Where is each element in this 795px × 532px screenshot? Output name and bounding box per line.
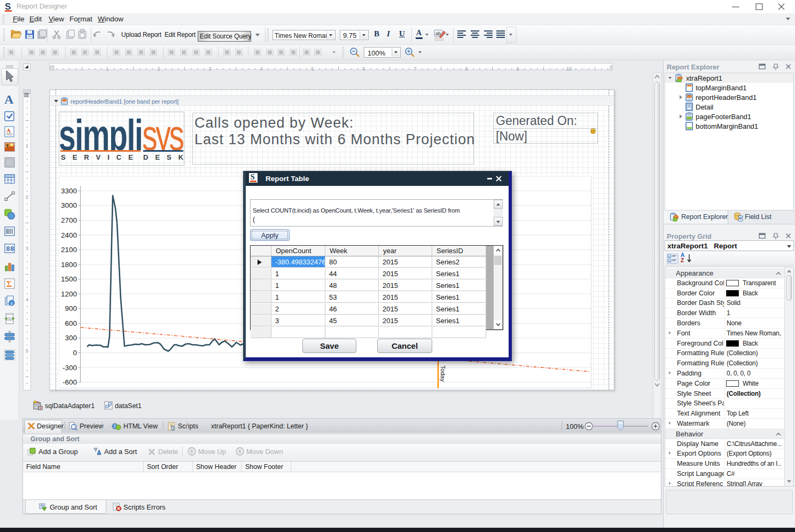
svg-text:1200: 1200 <box>61 290 77 298</box>
svg-text:A: A <box>4 93 14 105</box>
svg-text:3: 3 <box>208 66 211 71</box>
svg-text:6: 6 <box>362 66 365 71</box>
svg-text:2400: 2400 <box>61 231 77 239</box>
svg-text:9: 9 <box>516 66 519 71</box>
svg-text:A: A <box>6 127 11 134</box>
svg-text:900: 900 <box>65 304 77 312</box>
svg-text:8: 8 <box>465 66 467 71</box>
svg-text:2700: 2700 <box>61 216 77 224</box>
svg-text:5: 5 <box>26 348 28 354</box>
svg-text:+: + <box>668 255 671 258</box>
svg-text:1: 1 <box>106 66 108 71</box>
svg-text:7: 7 <box>414 66 416 71</box>
svg-text:300: 300 <box>65 334 77 342</box>
svg-text:10: 10 <box>566 66 572 71</box>
svg-text:-300: -300 <box>63 364 77 372</box>
svg-text:5: 5 <box>311 66 314 71</box>
svg-text:{}: {} <box>171 425 175 431</box>
svg-text:2: 2 <box>157 66 160 71</box>
svg-text:3: 3 <box>26 246 28 251</box>
svg-text:Σ: Σ <box>6 279 12 288</box>
svg-text:0: 0 <box>73 349 77 357</box>
svg-text:600: 600 <box>65 319 77 327</box>
svg-text:1500: 1500 <box>61 275 77 283</box>
svg-text:3000: 3000 <box>61 201 77 209</box>
svg-text:1: 1 <box>26 143 28 148</box>
svg-text:2: 2 <box>26 194 28 200</box>
svg-text:-600: -600 <box>63 378 77 386</box>
svg-text:Today: Today <box>440 365 446 382</box>
svg-text:3300: 3300 <box>61 187 77 195</box>
svg-text:1800: 1800 <box>61 261 77 269</box>
svg-text:4: 4 <box>260 66 262 71</box>
svg-text:2100: 2100 <box>61 246 77 254</box>
svg-text:+: + <box>668 259 671 262</box>
svg-text:88: 88 <box>6 245 14 253</box>
svg-text:4: 4 <box>26 297 28 302</box>
svg-text:ab: ab <box>435 31 441 36</box>
